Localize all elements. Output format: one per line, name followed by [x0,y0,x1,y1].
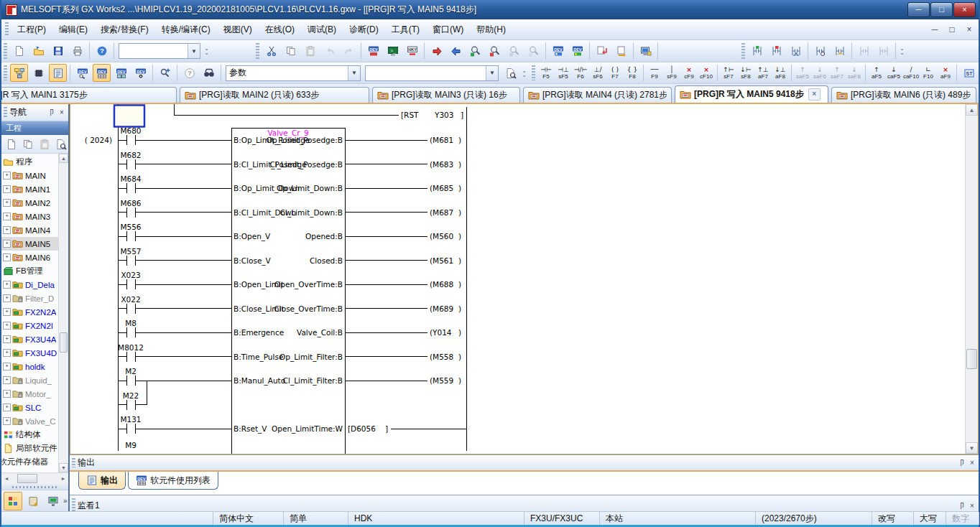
project-view-button[interactable] [4,492,22,510]
tree-item-MAIN4[interactable]: +MAIN4 [1,223,58,237]
fkey-F6-button[interactable]: ⊣/⊢F6 [572,63,589,83]
scroll-left-icon[interactable]: ◄ [1,474,11,483]
editor-scroll-thumb[interactable] [966,349,977,369]
redo-button[interactable] [340,42,358,60]
editor-scroll-down-icon[interactable]: ▼ [966,442,978,454]
tree-item-程序[interactable]: 程序 [1,155,58,169]
expand-icon[interactable]: + [3,308,11,316]
expand-icon[interactable]: + [3,376,11,384]
expand-icon[interactable]: + [3,199,11,207]
fkey-sF8-button[interactable]: ↓⊢sF8 [737,63,754,83]
menu-B[interactable]: 调试(B) [301,22,343,37]
transfer-red-button[interactable] [593,42,611,60]
menu-O[interactable]: 在线(O) [259,22,301,37]
binoculars-button[interactable] [200,64,218,82]
output-tab-输出[interactable]: 输出 [78,472,126,490]
doc-tab-3[interactable]: [PRG]读取 MAIN3 (只读) 16步 [372,87,520,103]
minimize-button[interactable]: ─ [907,2,930,17]
tree-horizontal-scrollbar[interactable]: ◄ ► [1,472,68,484]
tree-item-MAIN1[interactable]: +MAIN1 [1,182,58,196]
tree-item-FX3U4A[interactable]: +FX3U4A [1,332,58,346]
fkey-cF10-button[interactable]: ×cF10 [698,63,715,83]
page-find-button[interactable] [52,136,69,152]
module-button[interactable] [29,64,47,82]
expand-icon[interactable]: + [3,294,11,302]
tree-item-holdk[interactable]: +holdk [1,360,58,373]
tab-close-icon[interactable]: × [808,88,820,101]
tree-item-Liquid_[interactable]: +Liquid_ [1,373,58,387]
dev-eye-button[interactable]: DEV [131,64,149,82]
fkey-saF7-button[interactable]: ↑saF7 [828,63,846,83]
find-gray-button[interactable] [505,42,523,60]
watch-pin-icon[interactable]: 卩 [956,501,966,511]
fkey-saF8-button[interactable]: ↓saF8 [846,63,863,83]
tree-item-FX2N2I[interactable]: +FX2N2I [1,319,58,332]
print-button[interactable] [68,42,86,60]
maximize-button[interactable]: □ [930,2,953,17]
expand-icon[interactable]: + [3,226,11,234]
tree-item-软元件存储器[interactable]: 软元件存储器 [1,455,58,469]
new-doc-button[interactable] [3,136,19,152]
fkey-sF9-button[interactable]: │sF9 [663,63,680,83]
fkey-caF10-button[interactable]: /caF10 [902,63,920,83]
tree-item-Valve_C[interactable]: +Valve_C [1,414,58,428]
output-pin-icon[interactable]: 卩 [956,458,966,468]
monitor-find-button[interactable] [811,42,829,60]
copy-button[interactable] [19,136,36,152]
paste-button[interactable] [36,136,52,152]
monitor-pulse-button[interactable] [787,42,805,60]
mdi-restore-button[interactable]: □ [944,23,960,36]
output-close-icon[interactable]: × [967,458,977,468]
scroll-down-icon[interactable]: ▼ [59,463,68,472]
tree-scroll-thumb[interactable] [60,332,68,353]
fkey-caF5-button[interactable]: ↓caF5 [885,63,902,83]
tree-item-Motor_[interactable]: +Motor_ [1,387,58,401]
expand-icon[interactable]: + [3,240,11,248]
dev-find-button[interactable]: DEV [73,64,91,82]
tree-item-MAIN2[interactable]: +MAIN2 [1,196,58,210]
paste-button[interactable] [301,42,319,60]
doc-tab-1[interactable]: [PRG]R 写入 MAIN1 3175步 [1,87,177,103]
expand-icon[interactable]: + [3,172,11,179]
fkey-F7-button[interactable]: ( )F7 [606,63,624,83]
undo-button[interactable] [320,42,338,60]
expand-icon[interactable]: + [3,322,11,330]
editor-vertical-scrollbar[interactable]: ▲ ▼ [965,104,978,454]
pane-splitter[interactable] [1,484,68,490]
find-red-button[interactable] [486,42,504,60]
arrow-red-button[interactable] [427,42,445,60]
scroll-right-icon[interactable]: ► [58,474,68,483]
menu-H[interactable]: 帮助(H) [470,22,512,37]
toolbar-overflow-icon[interactable]: ⌄⌄ [520,62,528,83]
fkey-aF5-button[interactable]: ↑aF5 [868,63,885,83]
fkey-aF7-button[interactable]: ↑⊥aF7 [754,63,772,83]
tree-vertical-scrollbar[interactable]: ▲ ▼ [58,154,68,472]
expand-icon[interactable]: + [3,213,11,220]
doc-tab-4[interactable]: [PRG]读取 MAIN4 (只读) 2781步 [523,87,672,103]
monitor-b-button[interactable] [874,42,892,60]
device-combo[interactable]: ▼ [365,65,499,81]
fkey-cF9-button[interactable]: ×cF9 [680,63,698,83]
output-tab-软元件使用列表[interactable]: DEV软元件使用列表 [128,472,218,490]
tree-hscroll-thumb[interactable] [17,474,37,483]
pc-monitor-button[interactable] [637,42,655,60]
dev-write-button[interactable]: DEV [364,42,382,60]
quick-access-combo-dropdown-icon[interactable]: ▼ [188,44,200,58]
ladder-canvas[interactable]: [RSTY303]Valve_Cr_9( 2024)M680B:Op_Limit… [70,104,965,454]
copy-button[interactable] [282,42,300,60]
fkey-sF5-button[interactable]: ⊣⊥sF5 [555,63,572,83]
tree-item-MAIN3[interactable]: +MAIN3 [1,210,58,223]
expand-icon[interactable]: + [3,390,11,398]
dev-pair-button[interactable]: DEV [112,64,130,82]
toolbar-overflow-icon[interactable]: ⌄⌄ [898,40,906,62]
fkey-sF7-button[interactable]: ↑⊢sF7 [720,63,737,83]
monitor-a-button[interactable] [855,42,873,60]
tree-item-FX2N2A[interactable]: +FX2N2A [1,305,58,319]
watch-close-icon[interactable]: × [967,501,977,511]
fkey-aF9-button[interactable]: ×aF9 [937,63,954,83]
menu-V[interactable]: 视图(V) [217,22,259,37]
dev-blue-button[interactable]: DEV [549,42,567,60]
help-button[interactable]: ? [93,42,111,60]
tree-item-MAIN6[interactable]: +MAIN6 [1,251,58,264]
tree-item-FB管理[interactable]: FB管理 [1,264,58,278]
